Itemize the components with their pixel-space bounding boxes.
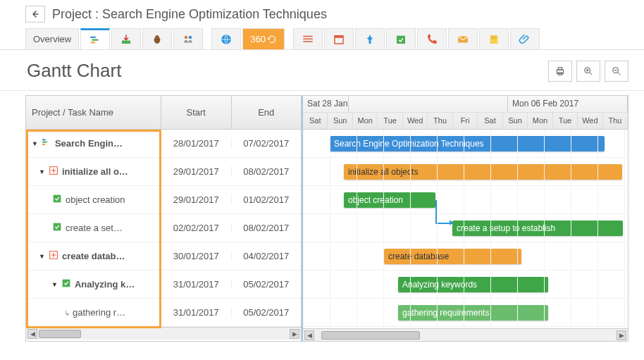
day-header: Wed (403, 113, 428, 129)
task-row[interactable]: ↳gathering r…31/01/201705/02/2017 (26, 299, 301, 327)
task-row[interactable]: object creation29/01/201701/02/2017 (26, 186, 301, 214)
task-row[interactable]: ▼create datab…30/01/201704/02/2017 (26, 242, 301, 271)
week-header-2: Mon 06 Feb 2017 (508, 96, 628, 112)
scroll-right-icon[interactable]: ▶ (617, 330, 626, 340)
svg-rect-27 (54, 223, 61, 231)
gridline (624, 130, 625, 328)
task-type-icon (48, 165, 59, 178)
tab-budget[interactable] (142, 28, 172, 49)
tab-team[interactable] (173, 28, 203, 49)
tab-pin[interactable] (355, 28, 385, 49)
task-end-cell: 07/02/2017 (232, 138, 302, 149)
breadcrumb-title: Search Engine Optimization Techniques (102, 7, 327, 21)
task-row[interactable]: ▼Analyzing k…31/01/201705/02/2017 (26, 271, 301, 299)
scroll-right-icon[interactable]: ▶ (290, 329, 299, 339)
breadcrumb: Project : Search Engine Optimization Tec… (52, 7, 327, 22)
scroll-left-icon[interactable]: ◀ (27, 329, 37, 339)
gridline (571, 130, 571, 328)
task-name-label: object creation (66, 194, 125, 205)
gantt-bar[interactable]: create database (384, 249, 521, 264)
zoom-out-icon (611, 66, 622, 77)
task-row[interactable]: ▼initialize all o…29/01/201708/02/2017 (26, 158, 301, 186)
tab-mail[interactable] (448, 28, 478, 49)
gridline (383, 130, 384, 328)
task-end-cell: 04/02/2017 (232, 251, 302, 261)
task-start-cell: 31/01/2017 (161, 279, 232, 290)
tree-toggle-icon[interactable]: ▼ (39, 253, 45, 260)
task-start-cell: 02/02/2017 (161, 223, 232, 233)
svg-rect-9 (303, 41, 313, 42)
gantt-bar[interactable]: gathering requirements (398, 305, 548, 321)
tab-globe[interactable] (211, 28, 241, 49)
globe-icon (220, 33, 233, 46)
task-type-icon (48, 249, 59, 263)
day-header: Thu (428, 113, 452, 129)
tab-export[interactable] (111, 28, 141, 49)
tab-list[interactable] (293, 28, 323, 49)
breadcrumb-prefix: Project : (52, 7, 102, 21)
gridline (490, 130, 491, 328)
tab-phone[interactable] (417, 28, 447, 49)
day-header: Sun (328, 113, 352, 129)
task-start-cell: 31/01/2017 (161, 307, 232, 318)
task-start-cell: 29/01/2017 (161, 194, 232, 205)
svg-rect-11 (335, 35, 343, 37)
svg-rect-23 (42, 142, 47, 143)
tab-attachment[interactable] (510, 28, 540, 49)
task-name-label: Search Engin… (55, 138, 123, 149)
tab-gantt[interactable] (80, 28, 110, 49)
task-row[interactable]: create a set…02/02/201708/02/2017 (26, 214, 301, 242)
left-scrollbar[interactable]: ◀ ▶ (26, 327, 301, 340)
phone-icon (426, 33, 438, 46)
task-name-cell: ▼create datab… (26, 249, 161, 263)
right-scrollbar[interactable]: ◀ ▶ (303, 328, 628, 341)
svg-rect-18 (558, 67, 562, 69)
back-button[interactable] (25, 6, 45, 23)
gantt-bar[interactable]: object creation (344, 192, 435, 208)
gridline (544, 130, 545, 328)
svg-rect-12 (397, 35, 405, 43)
gridline (330, 130, 330, 328)
gantt-bar[interactable]: Search Engine Optimization Techniques (330, 136, 605, 151)
task-name-cell: create a set… (26, 221, 161, 235)
col-header-end: End (232, 96, 302, 129)
svg-rect-16 (491, 38, 497, 39)
task-name-label: create datab… (62, 251, 125, 261)
tab-check-calendar[interactable] (386, 28, 416, 49)
gridline (597, 130, 598, 328)
team-icon (182, 33, 194, 46)
tab-360[interactable]: 360 (242, 28, 285, 49)
svg-rect-2 (91, 42, 95, 43)
day-header: Tue (553, 113, 578, 129)
tree-toggle-icon[interactable]: ▼ (51, 281, 58, 288)
task-name-cell: object creation (26, 193, 161, 206)
gridline (464, 130, 464, 328)
zoom-out-button[interactable] (605, 61, 628, 82)
print-button[interactable] (548, 61, 572, 82)
gantt-bar[interactable]: initialize all objects (344, 164, 622, 180)
zoom-in-button[interactable] (576, 61, 600, 82)
scroll-left-icon[interactable]: ◀ (304, 330, 314, 340)
paperclip-icon (519, 33, 531, 46)
day-header: Sat (303, 113, 328, 129)
task-name-label: gathering r… (73, 307, 125, 318)
calendar-check-icon (395, 33, 407, 46)
tab-note[interactable] (479, 28, 509, 49)
tab-divider-2 (286, 28, 292, 49)
tree-toggle-icon[interactable]: ▼ (32, 140, 38, 147)
scroll-thumb[interactable] (321, 331, 420, 340)
tree-toggle-icon[interactable]: ▼ (39, 168, 45, 175)
tab-overview[interactable]: Overview (25, 28, 79, 49)
svg-rect-15 (491, 37, 497, 37)
task-type-icon (51, 221, 63, 235)
calendar-icon (333, 33, 345, 46)
gantt-bar[interactable]: Analyzing keywords (398, 277, 548, 292)
scroll-thumb[interactable] (39, 330, 81, 338)
pin-icon (364, 33, 376, 46)
task-row[interactable]: ▼Search Engin…28/01/201707/02/2017 (26, 130, 301, 158)
gridline (410, 130, 411, 328)
tab-calendar[interactable] (324, 28, 354, 49)
gantt-icon (89, 34, 101, 46)
day-header: Thu (603, 113, 628, 129)
task-start-cell: 29/01/2017 (161, 166, 232, 177)
